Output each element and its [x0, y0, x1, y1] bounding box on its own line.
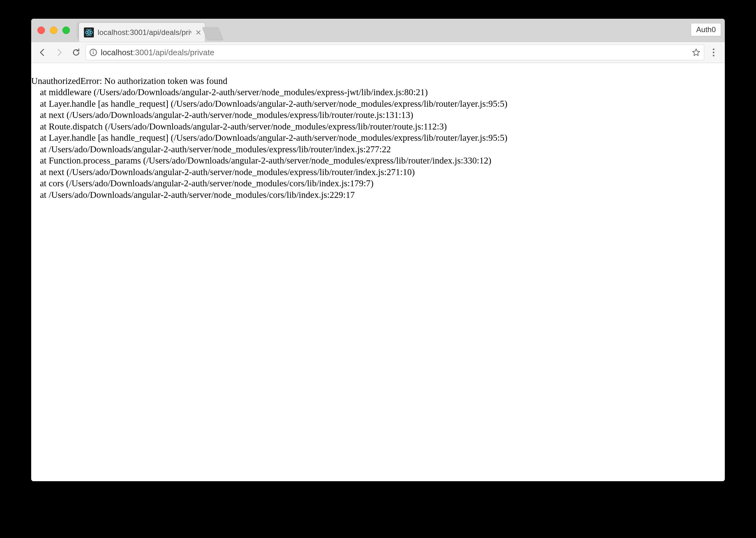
- window-traffic-lights: [37, 27, 70, 34]
- browser-window: localhost:3001/api/deals/priva Auth0 loc…: [31, 19, 725, 481]
- bookmark-star-icon[interactable]: [691, 48, 701, 57]
- stack-frame: at Route.dispatch (/Users/ado/Downloads/…: [31, 121, 725, 132]
- stack-frame: at /Users/ado/Downloads/angular-2-auth/s…: [31, 143, 725, 155]
- site-info-icon[interactable]: [89, 48, 98, 57]
- svg-rect-6: [93, 52, 94, 54]
- window-minimize-button[interactable]: [50, 27, 57, 34]
- url-path: :3001/api/deals/private: [133, 48, 214, 57]
- back-button[interactable]: [35, 45, 50, 60]
- auth0-extension-badge[interactable]: Auth0: [691, 23, 721, 36]
- svg-point-5: [93, 51, 94, 51]
- window-close-button[interactable]: [37, 27, 45, 34]
- stack-frame: at middleware (/Users/ado/Downloads/angu…: [31, 86, 725, 98]
- svg-point-7: [713, 48, 714, 50]
- window-maximize-button[interactable]: [62, 27, 70, 34]
- svg-point-8: [713, 51, 714, 53]
- tab-title: localhost:3001/api/deals/priva: [98, 28, 191, 37]
- svg-point-9: [713, 55, 714, 56]
- extension-label: Auth0: [696, 25, 716, 34]
- url-text: localhost:3001/api/deals/private: [101, 48, 214, 57]
- stack-frame: at Function.process_params (/Users/ado/D…: [31, 155, 725, 166]
- react-favicon-icon: [84, 27, 94, 37]
- browser-toolbar: localhost:3001/api/deals/private: [31, 42, 725, 63]
- forward-button[interactable]: [52, 45, 67, 60]
- address-bar[interactable]: localhost:3001/api/deals/private: [85, 45, 704, 60]
- svg-point-3: [88, 31, 89, 33]
- browser-menu-button[interactable]: [706, 45, 721, 60]
- page-content: UnauthorizedError: No authorization toke…: [31, 63, 725, 481]
- reload-button[interactable]: [69, 45, 84, 60]
- stack-frame: at next (/Users/ado/Downloads/angular-2-…: [31, 166, 725, 178]
- stack-frame: at Layer.handle [as handle_request] (/Us…: [31, 98, 725, 110]
- browser-tab[interactable]: localhost:3001/api/deals/priva: [78, 23, 205, 42]
- error-headline: UnauthorizedError: No authorization toke…: [31, 75, 725, 87]
- tab-strip: localhost:3001/api/deals/priva Auth0: [31, 19, 725, 42]
- stack-frame: at cors (/Users/ado/Downloads/angular-2-…: [31, 178, 725, 189]
- tab-close-button[interactable]: [195, 29, 202, 36]
- stack-frame: at Layer.handle [as handle_request] (/Us…: [31, 132, 725, 143]
- stack-frame: at next (/Users/ado/Downloads/angular-2-…: [31, 109, 725, 121]
- url-host: localhost: [101, 48, 133, 57]
- stack-frame: at /Users/ado/Downloads/angular-2-auth/s…: [31, 189, 725, 201]
